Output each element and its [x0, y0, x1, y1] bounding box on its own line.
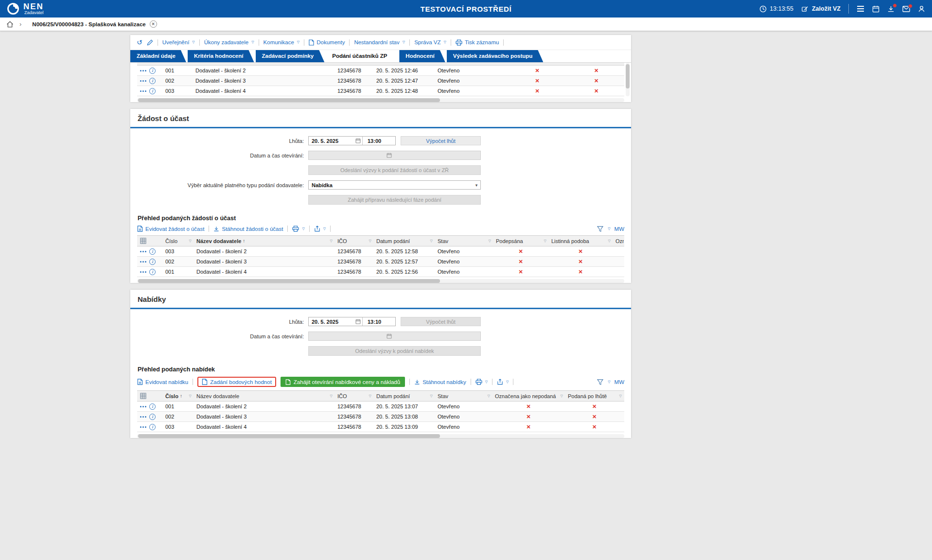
create-vz-button[interactable]: Založit VZ — [801, 5, 841, 13]
horizontal-scrollbar[interactable] — [137, 279, 624, 283]
row-actions-icon[interactable] — [140, 406, 146, 407]
table-row[interactable]: i 001 Dodavatel - školení 2 12345678 20.… — [137, 66, 624, 76]
filter-icon[interactable]: ▽ — [189, 239, 192, 243]
filter-icon[interactable]: ▽ — [561, 394, 563, 398]
stahnout-zadosti-button[interactable]: Stáhnout žádosti o účast — [213, 226, 283, 232]
info-icon[interactable]: i — [149, 424, 156, 430]
export-table-button[interactable]: ▽ — [314, 226, 326, 232]
horizontal-scrollbar[interactable] — [137, 98, 624, 102]
downloads-button[interactable] — [887, 5, 895, 13]
lhuta-time-value[interactable]: 13:10 — [362, 317, 390, 326]
row-actions-icon[interactable] — [140, 80, 146, 82]
horizontal-scrollbar[interactable] — [137, 434, 624, 438]
table-row[interactable]: i 002 Dodavatel - školení 3 12345678 20.… — [137, 76, 624, 86]
export-table-button[interactable]: ▽ — [497, 379, 509, 385]
filter-icon[interactable]: ▽ — [189, 394, 192, 398]
filter-icon[interactable]: ▽ — [489, 239, 491, 243]
toolbar-item-ukony-zadavatele[interactable]: Úkony zadavatele ▽ — [204, 39, 254, 45]
nen-logo[interactable]: NEN Zadavatel — [7, 2, 44, 15]
column-header-stav[interactable]: Stav ▽ — [435, 391, 492, 401]
info-icon[interactable]: i — [149, 78, 156, 84]
filter-icon[interactable]: ▽ — [430, 394, 433, 398]
table-row[interactable]: i 001 Dodavatel - školení 4 12345678 20.… — [137, 267, 624, 277]
lhuta-datetime-input[interactable]: 20. 5. 2025 13:00 — [308, 136, 396, 145]
info-icon[interactable]: i — [149, 269, 156, 275]
row-actions-icon[interactable] — [140, 90, 146, 92]
tab-zakladni-udaje[interactable]: Základní údaje — [130, 50, 186, 62]
filter-icon[interactable] — [597, 226, 603, 232]
filter-icon[interactable]: ▽ — [619, 394, 622, 398]
vertical-scrollbar[interactable] — [626, 63, 630, 96]
scrollbar-thumb[interactable] — [138, 279, 440, 283]
info-icon[interactable]: i — [149, 403, 156, 410]
row-actions-icon[interactable] — [140, 70, 146, 71]
toolbar-item-nestandardni-stav[interactable]: Nestandardní stav ▽ — [354, 39, 405, 45]
filter-icon[interactable]: ▽ — [544, 239, 546, 243]
column-header-nazev[interactable]: Název dodavatele ↑ ▽ — [193, 236, 334, 246]
info-icon[interactable]: i — [149, 248, 156, 255]
column-settings-button[interactable] — [137, 236, 162, 246]
toolbar-item-uverejneni[interactable]: Uveřejnění ▽ — [162, 39, 195, 45]
info-icon[interactable]: i — [149, 88, 156, 94]
tab-hodnoceni[interactable]: Hodnocení — [399, 50, 445, 62]
calendar-button[interactable] — [872, 5, 879, 13]
user-profile-button[interactable] — [918, 5, 925, 13]
column-header-cislo[interactable]: Číslo ▽ — [162, 236, 193, 246]
calendar-icon[interactable] — [355, 138, 361, 143]
chevron-down-icon[interactable]: ▽ — [608, 227, 610, 231]
chevron-down-icon[interactable]: ▽ — [608, 380, 610, 384]
zahajit-oteviranie-button[interactable]: Zahájit otevírání nabídkové ceny a nákla… — [281, 377, 405, 387]
filter-icon[interactable]: ▽ — [369, 239, 371, 243]
table-row[interactable]: i 002 Dodavatel - školení 3 12345678 20.… — [137, 257, 624, 267]
edit-record-button[interactable] — [147, 39, 153, 46]
row-actions-icon[interactable] — [140, 261, 146, 262]
row-actions-icon[interactable] — [140, 251, 146, 252]
messages-button[interactable] — [902, 6, 910, 12]
close-record-button[interactable]: ✕ — [150, 20, 157, 28]
table-row[interactable]: i 001 Dodavatel - školení 2 12345678 20.… — [137, 402, 624, 412]
toolbar-item-sprava-vz[interactable]: Správa VZ ▽ — [414, 39, 446, 45]
print-table-button[interactable]: ▽ — [475, 379, 488, 385]
table-row[interactable]: i 002 Dodavatel - školení 3 12345678 20.… — [137, 412, 624, 422]
mw-button[interactable]: MW — [615, 379, 624, 385]
calendar-icon[interactable] — [355, 319, 361, 324]
typ-podani-select[interactable]: Nabídka ▾ — [308, 180, 481, 190]
toolbar-item-komunikace[interactable]: Komunikace ▽ — [264, 39, 300, 45]
tab-zadavaci-podminky[interactable]: Zadávací podmínky — [256, 50, 325, 62]
row-actions-icon[interactable] — [140, 426, 146, 428]
print-table-button[interactable]: ▽ — [292, 226, 304, 232]
scrollbar-thumb[interactable] — [138, 434, 440, 438]
vypocet-lhut-button[interactable]: Výpočet lhůt — [401, 136, 481, 145]
column-settings-button[interactable] — [137, 391, 162, 401]
lhuta-time-value[interactable]: 13:00 — [362, 137, 390, 145]
lhuta-date-value[interactable]: 20. 5. 2025 — [309, 138, 353, 144]
stahnout-nabidky-button[interactable]: Stáhnout nabídky — [414, 379, 466, 385]
evidovat-nabidku-button[interactable]: Evidovat nabídku — [137, 379, 188, 385]
filter-icon[interactable]: ▽ — [608, 239, 611, 243]
filter-icon[interactable]: ▽ — [330, 394, 333, 398]
filter-icon[interactable]: ▽ — [369, 394, 371, 398]
column-header-podepsana[interactable]: Podepsána ▽ — [493, 236, 548, 246]
info-icon[interactable]: i — [149, 259, 156, 265]
row-actions-icon[interactable] — [140, 416, 146, 418]
toolbar-item-tisk-zaznamu[interactable]: Tisk záznamu — [456, 39, 499, 46]
filter-icon[interactable]: ▽ — [430, 239, 433, 243]
main-menu-button[interactable] — [857, 5, 864, 12]
filter-icon[interactable]: ▽ — [488, 394, 490, 398]
home-button[interactable] — [6, 21, 14, 28]
column-header-datum[interactable]: Datum podání ▽ — [373, 236, 435, 246]
tab-podani-ucastniku-zp[interactable]: Podání účastníků ZP — [326, 50, 398, 62]
info-icon[interactable]: i — [149, 68, 156, 74]
column-header-stav[interactable]: Stav ▽ — [435, 236, 493, 246]
scrollbar-thumb[interactable] — [138, 98, 440, 102]
mw-button[interactable]: MW — [615, 226, 624, 232]
scrollbar-thumb[interactable] — [626, 64, 630, 88]
tab-kriteria-hodnoceni[interactable]: Kritéria hodnocení — [188, 50, 254, 62]
lhuta-datetime-input[interactable]: 20. 5. 2025 13:10 — [308, 317, 396, 326]
column-header-nepodana[interactable]: Označena jako nepodaná ▽ — [492, 391, 565, 401]
evidovat-zadost-button[interactable]: Evidovat žádost o účast — [137, 226, 204, 232]
column-header-cislo[interactable]: Číslo ↑ ▽ — [162, 391, 193, 401]
column-header-datum[interactable]: Datum podání ▽ — [373, 391, 435, 401]
filter-icon[interactable] — [597, 379, 603, 385]
column-header-nazev[interactable]: Název dodavatele ▽ — [193, 391, 334, 401]
